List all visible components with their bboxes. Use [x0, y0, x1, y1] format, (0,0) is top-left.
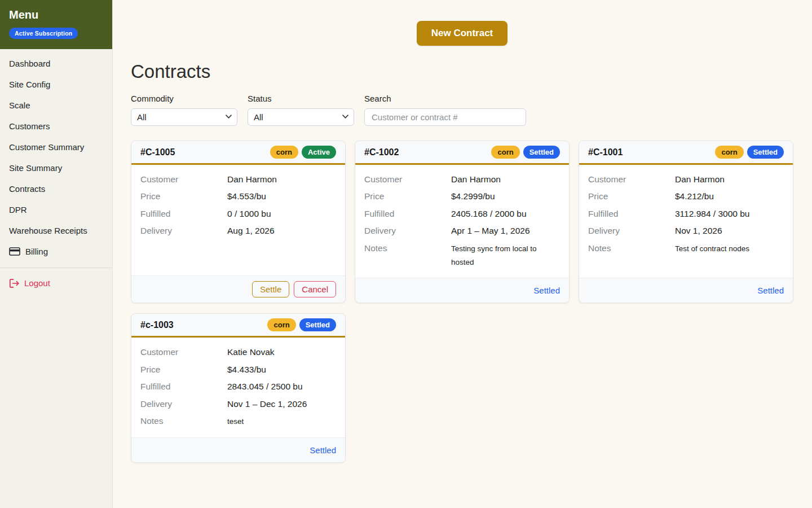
field-label-delivery: Delivery: [140, 225, 227, 237]
contract-card: #C-1005 corn Active CustomerDan HarmonPr…: [131, 141, 346, 303]
sidebar-item-label: Scale: [9, 100, 30, 110]
field-row-customer: CustomerDan Harmon: [364, 173, 560, 186]
field-value-customer: Katie Novak: [227, 346, 275, 358]
sidebar-header: Menu Active Subscription: [0, 0, 112, 49]
field-row-price: Price$4.553/bu: [140, 190, 336, 203]
credit-card-icon: [9, 247, 20, 256]
field-value-price: $4.2999/bu: [451, 190, 495, 203]
card-footer: Settled: [579, 278, 793, 303]
field-label-notes: Notes: [364, 242, 451, 255]
search-input[interactable]: [364, 108, 526, 126]
sidebar-item-label: Site Config: [9, 80, 50, 89]
contract-card: #c-1003 corn Settled CustomerKatie Novak…: [131, 313, 346, 462]
field-row-notes: NotesTesting sync from local to hosted: [364, 242, 560, 270]
card-header: #C-1005 corn Active: [131, 141, 345, 165]
card-body: CustomerDan HarmonPrice$4.212/buFulfille…: [579, 165, 793, 264]
sidebar-item-label: Site Summary: [9, 163, 62, 173]
field-label-notes: Notes: [588, 242, 675, 255]
sidebar-nav: DashboardSite ConfigScaleCustomersCustom…: [0, 53, 112, 262]
page-title: Contracts: [131, 61, 793, 82]
contract-id: #C-1005: [140, 147, 175, 157]
filters: Commodity All Status All S: [131, 94, 793, 126]
card-body: CustomerDan HarmonPrice$4.553/buFulfille…: [131, 165, 345, 246]
status-badge: Settled: [523, 146, 560, 159]
field-value-customer: Dan Harmon: [675, 173, 725, 186]
field-row-fulfilled: Fulfilled2843.045 / 2500 bu: [140, 380, 336, 393]
commodity-badge: corn: [267, 318, 295, 331]
field-row-price: Price$4.2999/bu: [364, 190, 560, 203]
field-row-fulfilled: Fulfilled3112.984 / 3000 bu: [588, 208, 784, 220]
field-row-delivery: DeliveryNov 1 – Dec 1, 2026: [140, 398, 336, 410]
sidebar-item-label: Dashboard: [9, 59, 50, 68]
status-filter: Status All: [248, 94, 354, 126]
field-value-fulfilled: 2843.045 / 2500 bu: [227, 380, 303, 393]
sidebar-item-customers[interactable]: Customers: [0, 116, 112, 137]
field-label-customer: Customer: [588, 173, 675, 186]
contract-card: #C-1001 corn Settled CustomerDan HarmonP…: [579, 141, 793, 303]
card-header: #C-1001 corn Settled: [579, 141, 793, 165]
commodity-filter: Commodity All: [131, 94, 237, 126]
field-label-delivery: Delivery: [140, 398, 227, 410]
field-label-customer: Customer: [364, 173, 451, 186]
settled-link[interactable]: Settled: [757, 286, 784, 295]
search-label: Search: [364, 94, 526, 103]
sidebar-item-dpr[interactable]: DPR: [0, 199, 112, 220]
sidebar-item-contracts[interactable]: Contracts: [0, 178, 112, 199]
contract-id: #C-1001: [588, 147, 623, 157]
card-footer: Settled: [131, 437, 345, 462]
field-label-price: Price: [140, 364, 227, 376]
field-value-price: $4.553/bu: [227, 190, 266, 203]
badges: corn Settled: [491, 146, 560, 159]
field-label-fulfilled: Fulfilled: [588, 208, 675, 220]
sidebar-item-label: Warehouse Receipts: [9, 226, 87, 235]
sidebar-item-site-config[interactable]: Site Config: [0, 74, 112, 95]
status-label: Status: [248, 94, 354, 103]
field-row-customer: CustomerDan Harmon: [588, 173, 784, 186]
subscription-badge: Active Subscription: [9, 28, 78, 39]
sidebar-item-scale[interactable]: Scale: [0, 95, 112, 116]
field-row-customer: CustomerKatie Novak: [140, 346, 336, 358]
sidebar-item-customer-summary[interactable]: Customer Summary: [0, 137, 112, 157]
field-value-fulfilled: 3112.984 / 3000 bu: [675, 208, 749, 220]
sidebar-item-site-summary[interactable]: Site Summary: [0, 157, 112, 178]
sidebar-item-label: Customer Summary: [9, 142, 84, 152]
field-label-price: Price: [140, 190, 227, 203]
settle-button[interactable]: Settle: [252, 281, 289, 297]
field-label-fulfilled: Fulfilled: [364, 208, 451, 220]
sidebar-item-billing[interactable]: Billing: [0, 241, 112, 262]
new-contract-button[interactable]: New Contract: [417, 21, 508, 46]
field-value-price: $4.433/bu: [227, 364, 266, 376]
field-row-delivery: DeliveryAug 1, 2026: [140, 225, 336, 237]
sidebar-item-label: Customers: [9, 121, 50, 131]
contracts-grid: #C-1005 corn Active CustomerDan HarmonPr…: [131, 141, 793, 463]
sidebar-item-label: DPR: [9, 205, 27, 214]
status-badge: Settled: [747, 146, 784, 159]
field-label-delivery: Delivery: [364, 225, 451, 237]
sidebar-item-dashboard[interactable]: Dashboard: [0, 53, 112, 74]
field-value-fulfilled: 0 / 1000 bu: [227, 208, 271, 220]
field-row-fulfilled: Fulfilled0 / 1000 bu: [140, 208, 336, 220]
badges: corn Settled: [267, 318, 336, 331]
contract-id: #c-1003: [140, 320, 174, 330]
field-value-delivery: Nov 1, 2026: [675, 225, 722, 237]
logout-label: Logout: [24, 278, 50, 288]
field-row-customer: CustomerDan Harmon: [140, 173, 336, 186]
search-filter: Search: [364, 94, 526, 126]
badges: corn Active: [270, 146, 336, 159]
settled-link[interactable]: Settled: [533, 286, 560, 295]
field-row-delivery: DeliveryApr 1 – May 1, 2026: [364, 225, 560, 237]
contract-card: #C-1002 corn Settled CustomerDan HarmonP…: [355, 141, 570, 303]
card-footer: Settled: [355, 278, 569, 303]
status-select[interactable]: All: [248, 108, 354, 126]
sidebar-item-label: Contracts: [9, 184, 45, 194]
field-label-price: Price: [588, 190, 675, 203]
logout-button[interactable]: Logout: [0, 273, 112, 294]
status-badge: Settled: [299, 318, 336, 331]
field-value-price: $4.212/bu: [675, 190, 714, 203]
commodity-select-wrap: All: [131, 108, 237, 126]
commodity-select[interactable]: All: [131, 108, 237, 126]
sidebar-item-warehouse-receipts[interactable]: Warehouse Receipts: [0, 220, 112, 241]
logout-icon: [9, 279, 19, 288]
cancel-button[interactable]: Cancel: [294, 281, 336, 297]
settled-link[interactable]: Settled: [310, 445, 336, 455]
